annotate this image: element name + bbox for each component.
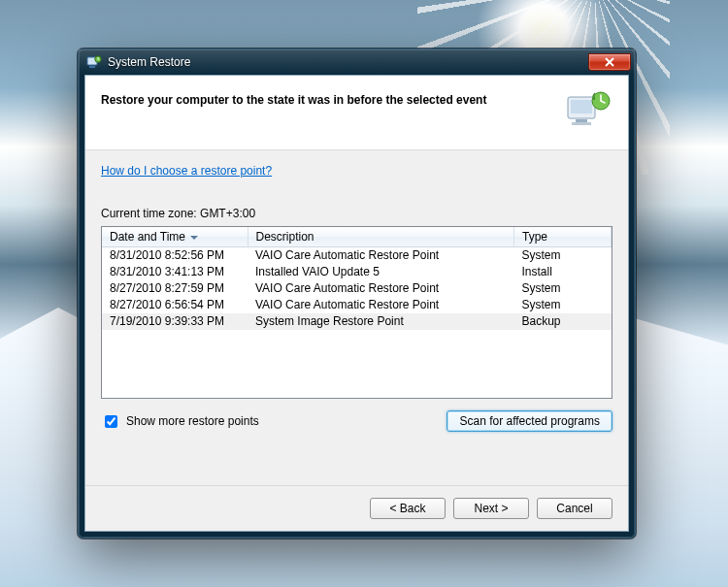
client-area: Restore your computer to the state it wa… [84, 75, 629, 532]
show-more-label: Show more restore points [126, 414, 259, 428]
cell-type: Backup [514, 313, 612, 330]
cell-type: Install [514, 264, 612, 280]
close-icon [605, 57, 614, 67]
next-button[interactable]: Next > [453, 498, 529, 519]
system-restore-window: System Restore Restore your computer to … [78, 49, 636, 538]
col-label-datetime: Date and Time [110, 230, 185, 244]
cell-datetime: 8/27/2010 6:56:54 PM [102, 297, 248, 313]
wizard-footer: < Back Next > Cancel [85, 485, 628, 531]
cell-datetime: 8/27/2010 8:27:59 PM [102, 280, 248, 297]
cell-datetime: 8/31/2010 8:52:56 PM [102, 247, 248, 265]
table-row[interactable]: 8/27/2010 6:56:54 PMVAIO Care Automatic … [102, 297, 612, 313]
cell-type: System [514, 280, 612, 297]
table-row[interactable]: 8/31/2010 3:41:13 PMInstalled VAIO Updat… [102, 264, 612, 280]
cell-description: VAIO Care Automatic Restore Point [248, 247, 514, 265]
restore-icon [566, 89, 612, 130]
cell-description: VAIO Care Automatic Restore Point [248, 297, 514, 313]
sort-desc-icon [190, 236, 198, 240]
col-label-type: Type [522, 230, 547, 244]
close-button[interactable] [588, 53, 631, 71]
titlebar[interactable]: System Restore [79, 49, 635, 75]
show-more-input[interactable] [105, 415, 117, 428]
show-more-checkbox[interactable]: Show more restore points [101, 412, 259, 431]
table-row[interactable]: 8/31/2010 8:52:56 PMVAIO Care Automatic … [102, 247, 612, 265]
wizard-body: How do I choose a restore point? Current… [85, 150, 628, 485]
cell-type: System [514, 247, 612, 265]
window-title: System Restore [108, 55, 190, 69]
cell-datetime: 8/31/2010 3:41:13 PM [102, 264, 248, 280]
cell-datetime: 7/19/2010 9:39:33 PM [102, 313, 248, 330]
svg-rect-6 [571, 100, 592, 114]
cell-description: System Image Restore Point [248, 313, 514, 330]
back-button[interactable]: < Back [370, 498, 446, 519]
svg-rect-8 [572, 122, 591, 125]
table-row[interactable]: 8/27/2010 8:27:59 PMVAIO Care Automatic … [102, 280, 612, 297]
restore-points-table[interactable]: Date and Time Description Type 8/31/2010… [101, 226, 612, 399]
cancel-button[interactable]: Cancel [537, 498, 612, 519]
cell-description: VAIO Care Automatic Restore Point [248, 280, 514, 297]
table-row[interactable]: 7/19/2010 9:39:33 PMSystem Image Restore… [102, 313, 612, 330]
col-header-description[interactable]: Description [248, 227, 514, 247]
cell-type: System [514, 297, 612, 313]
scan-affected-button[interactable]: Scan for affected programs [447, 410, 612, 432]
col-header-type[interactable]: Type [514, 227, 612, 247]
col-label-description: Description [256, 230, 314, 244]
svg-rect-1 [89, 66, 95, 68]
svg-rect-7 [576, 119, 587, 122]
wizard-header: Restore your computer to the state it wa… [85, 76, 628, 150]
help-link[interactable]: How do I choose a restore point? [101, 164, 612, 178]
col-header-datetime[interactable]: Date and Time [102, 227, 248, 247]
header-instruction: Restore your computer to the state it wa… [101, 89, 554, 107]
cell-description: Installed VAIO Update 5 [248, 264, 514, 280]
timezone-label: Current time zone: GMT+3:00 [101, 207, 612, 220]
app-icon [86, 54, 102, 70]
